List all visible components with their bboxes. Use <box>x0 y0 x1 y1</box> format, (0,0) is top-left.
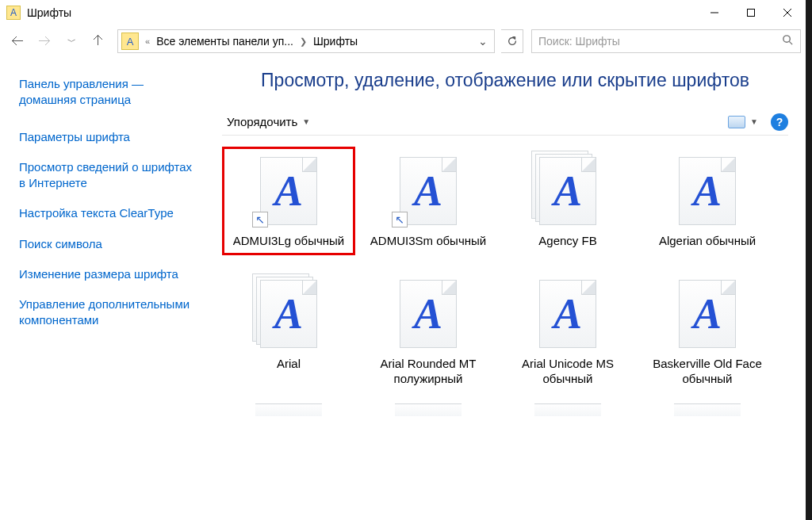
toolbar: Упорядочить ▼ ▼ ? <box>222 109 788 136</box>
sidebar-link-add-components[interactable]: Управление дополнительными компонентами <box>19 296 197 329</box>
search-box[interactable] <box>531 29 801 53</box>
font-item[interactable]: AArial Rounded MT полужирный <box>362 270 495 393</box>
address-bar[interactable]: A « Все элементы панели уп... ❯ Шрифты ⌄ <box>117 29 495 53</box>
maximize-button[interactable] <box>733 0 769 25</box>
folder-icon: A <box>121 32 139 50</box>
app-icon: A <box>6 6 21 20</box>
search-input[interactable] <box>538 35 782 48</box>
breadcrumb-chevron-icon[interactable]: ❯ <box>297 36 310 47</box>
window-controls <box>696 0 806 25</box>
font-item[interactable]: A↗ADMUI3Lg обычный <box>222 147 355 255</box>
recent-dropdown[interactable]: ﹀ <box>59 29 84 54</box>
sidebar-link-font-info-online[interactable]: Просмотр сведений о шрифтах в Интернете <box>19 159 197 192</box>
shortcut-badge-icon: ↗ <box>252 212 268 228</box>
font-item-label: Arial <box>225 357 352 372</box>
font-grid: A↗ADMUI3Lg обычныйA↗ADMUI3Sm обычныйAAge… <box>222 147 788 392</box>
help-icon[interactable]: ? <box>771 113 788 131</box>
font-item[interactable]: AArial Unicode MS обычный <box>501 270 634 393</box>
organize-button[interactable]: Упорядочить ▼ <box>222 112 315 132</box>
breadcrumb-segment[interactable]: Все элементы панели уп... <box>153 35 297 48</box>
window-title: Шрифты <box>27 6 696 19</box>
breadcrumb-segment[interactable]: Шрифты <box>310 35 361 48</box>
refresh-button[interactable] <box>501 29 523 53</box>
font-item[interactable]: AAlgerian обычный <box>641 147 774 255</box>
breadcrumb-prefix: « <box>142 36 153 46</box>
font-item-label: Algerian обычный <box>644 234 771 249</box>
forward-button[interactable]: 🡢 <box>32 29 57 54</box>
view-options-button[interactable]: ▼ <box>728 116 758 128</box>
font-grid-next-row-peek <box>222 403 788 416</box>
title-bar: A Шрифты <box>0 0 806 25</box>
chevron-down-icon: ▼ <box>750 117 758 126</box>
sidebar-link-cleartype[interactable]: Настройка текста ClearType <box>19 205 197 221</box>
view-icon <box>728 116 745 128</box>
font-file-icon: A <box>530 153 606 229</box>
font-file-icon: A↗ <box>251 153 327 229</box>
search-icon[interactable] <box>782 34 794 48</box>
up-button[interactable]: 🡡 <box>86 29 111 54</box>
address-dropdown[interactable]: ⌄ <box>472 35 494 48</box>
font-file-icon: A <box>669 276 745 352</box>
back-button[interactable]: 🡠 <box>5 29 30 54</box>
sidebar-link-home[interactable]: Панель управления — домашняя страница <box>19 76 197 109</box>
sidebar: Панель управления — домашняя страница Па… <box>0 57 208 520</box>
shortcut-badge-icon: ↗ <box>392 212 408 228</box>
sidebar-link-find-character[interactable]: Поиск символа <box>19 236 197 252</box>
font-file-icon: A <box>669 153 745 229</box>
font-item-label: Agency FB <box>504 234 631 249</box>
svg-line-5 <box>789 41 792 44</box>
sidebar-link-font-size[interactable]: Изменение размера шрифта <box>19 266 197 282</box>
minimize-button[interactable] <box>696 0 733 25</box>
font-file-icon: A <box>390 276 466 352</box>
font-item[interactable]: AArial <box>222 270 355 393</box>
font-file-icon: A <box>530 276 606 352</box>
font-item[interactable]: ABaskerville Old Face обычный <box>641 270 774 393</box>
font-file-icon: A↗ <box>390 153 466 229</box>
font-item-label: ADMUI3Lg обычный <box>225 234 352 249</box>
svg-point-4 <box>783 36 790 42</box>
sidebar-link-font-settings[interactable]: Параметры шрифта <box>19 129 197 145</box>
svg-rect-1 <box>748 10 755 17</box>
font-item[interactable]: AAgency FB <box>501 147 634 255</box>
font-item-label: ADMUI3Sm обычный <box>365 234 492 249</box>
font-file-icon: A <box>251 276 327 352</box>
close-button[interactable] <box>769 0 806 25</box>
organize-label: Упорядочить <box>227 115 297 128</box>
font-item-label: Arial Unicode MS обычный <box>504 357 631 387</box>
main-content: Просмотр, удаление, отображение или скры… <box>208 57 806 520</box>
page-title: Просмотр, удаление, отображение или скры… <box>222 70 788 91</box>
font-item[interactable]: A↗ADMUI3Sm обычный <box>362 147 495 255</box>
font-item-label: Arial Rounded MT полужирный <box>365 357 492 387</box>
navigation-bar: 🡠 🡢 ﹀ 🡡 A « Все элементы панели уп... ❯ … <box>0 25 806 57</box>
font-item-label: Baskerville Old Face обычный <box>644 357 771 387</box>
chevron-down-icon: ▼ <box>302 117 310 126</box>
